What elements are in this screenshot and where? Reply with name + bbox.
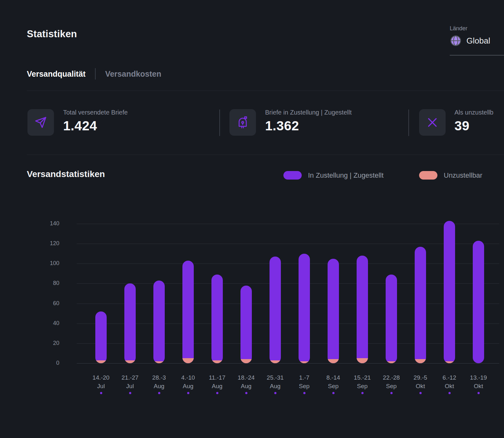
tab-bar: Versandqualität Versandkosten <box>27 68 161 80</box>
bar-13--19-okt[interactable] <box>473 241 484 363</box>
stat-separator <box>219 110 220 136</box>
legend-label: In Zustellung | Zugestellt <box>308 171 383 180</box>
x-axis-dot <box>158 392 160 394</box>
mailbox-icon <box>236 116 249 129</box>
y-axis-tick-label: 100 <box>34 260 59 267</box>
x-axis-label: 29.-5Okt <box>403 373 438 390</box>
bar-segment-unzustellbar <box>211 360 223 363</box>
divider <box>27 155 504 155</box>
stat-icon-tile <box>27 109 54 136</box>
stat-value: 1.424 <box>63 118 128 133</box>
bar-segment-unzustellbar <box>124 360 136 363</box>
gridline <box>77 263 499 264</box>
bar-25--31-aug[interactable] <box>270 257 281 363</box>
x-axis-label: 8.-14Sep <box>316 373 351 390</box>
x-axis-label: 1.-7Sep <box>287 373 322 390</box>
gridline <box>77 244 499 244</box>
bar-8--14-sep[interactable] <box>328 259 339 363</box>
bar-segment-unzustellbar <box>299 361 310 363</box>
bar-segment-unzustellbar <box>95 360 107 363</box>
bar-segment-unzustellbar <box>182 358 194 363</box>
bar-29--5-okt[interactable] <box>415 247 426 363</box>
y-axis-tick-label: 0 <box>34 360 59 366</box>
x-icon <box>425 115 439 129</box>
gridline <box>77 283 499 284</box>
bar-segment-unzustellbar <box>386 361 397 363</box>
x-axis-label: 13.-19Okt <box>461 373 496 390</box>
country-selector-underline <box>450 55 504 56</box>
gridline <box>77 343 499 344</box>
shipping-stats-chart: 02040608010012014014.-20Jul21.-27Jul28.-… <box>0 0 504 438</box>
legend-swatch-purple <box>283 171 302 180</box>
bar-segment-unzustellbar <box>357 358 368 363</box>
y-axis-tick-label: 80 <box>34 280 59 287</box>
bar-4--10-aug[interactable] <box>182 261 194 363</box>
bar-segment-unzustellbar <box>444 361 455 363</box>
x-axis-dot <box>216 392 218 394</box>
x-axis-label: 11.-17Aug <box>200 373 234 390</box>
x-axis-label: 22.-28Sep <box>374 373 409 390</box>
x-axis-label: 14.-20Jul <box>84 373 118 390</box>
stat-value: 1.362 <box>265 118 352 133</box>
x-axis-label: 28.-3Aug <box>142 373 176 390</box>
bar-21--27-jul[interactable] <box>124 283 136 363</box>
x-axis-label: 21.-27Jul <box>113 373 147 390</box>
y-axis-tick-label: 60 <box>34 300 59 307</box>
x-axis-dot <box>129 392 131 394</box>
country-selector-value: Global <box>466 36 490 46</box>
globe-icon <box>450 35 462 47</box>
x-axis-label: 4.-10Aug <box>171 373 205 390</box>
stat-label: Als unzustellb <box>454 109 493 116</box>
country-selector-label: Länder <box>450 25 504 32</box>
page-title: Statistiken <box>27 28 77 40</box>
bar-28--3-aug[interactable] <box>153 281 165 363</box>
stat-label: Total versendete Briefe <box>63 109 128 116</box>
x-axis-dot <box>245 392 247 394</box>
country-selector[interactable]: Länder Global <box>450 25 504 47</box>
x-axis-label: 25.-31Aug <box>258 373 293 390</box>
tab-versandkosten[interactable]: Versandkosten <box>105 69 161 79</box>
bar-segment-unzustellbar <box>240 359 252 363</box>
y-axis-tick-label: 40 <box>34 320 59 327</box>
x-axis-dot <box>390 392 393 394</box>
tab-versandqualitaet[interactable]: Versandqualität <box>27 69 86 79</box>
divider <box>27 91 504 91</box>
gridline <box>77 224 499 224</box>
legend-item-unzustellbar[interactable]: Unzustellbar <box>419 171 482 180</box>
bar-1--7-sep[interactable] <box>299 254 310 363</box>
bar-segment-unzustellbar <box>153 361 165 363</box>
x-axis-dot <box>361 392 364 394</box>
legend-label: Unzustellbar <box>444 171 482 180</box>
send-icon <box>34 116 47 129</box>
bar-segment-unzustellbar <box>415 359 426 363</box>
tab-separator <box>95 68 96 80</box>
section-title: Versandstatistiken <box>27 169 105 179</box>
bar-22--28-sep[interactable] <box>386 275 397 363</box>
y-axis-tick-label: 20 <box>34 340 59 346</box>
gridline <box>77 304 499 304</box>
stat-icon-tile <box>229 109 256 136</box>
stat-icon-tile <box>419 109 446 136</box>
x-axis-label: 15.-21Sep <box>345 373 380 390</box>
bar-11--17-aug[interactable] <box>211 275 223 363</box>
x-axis-dot <box>100 392 102 394</box>
bar-18--24-aug[interactable] <box>240 286 252 363</box>
bar-15--21-sep[interactable] <box>357 256 368 363</box>
x-axis-dot <box>448 392 451 394</box>
bar-segment-unzustellbar <box>270 360 281 363</box>
x-axis-label: 6.-12Okt <box>432 373 467 390</box>
x-axis-dot <box>187 392 189 394</box>
gridline <box>77 363 499 364</box>
statistics-page: Statistiken Länder Global Versandqualitä… <box>0 0 504 438</box>
stat-separator <box>408 110 409 136</box>
bar-6--12-okt[interactable] <box>444 221 455 363</box>
x-axis-dot <box>274 392 276 394</box>
stat-value: 39 <box>454 118 493 133</box>
legend-item-zugestellt[interactable]: In Zustellung | Zugestellt <box>283 171 383 180</box>
gridline <box>77 323 499 324</box>
x-axis-dot <box>419 392 422 394</box>
y-axis-tick-label: 120 <box>34 240 59 247</box>
bar-14--20-jul[interactable] <box>95 311 107 363</box>
stat-label: Briefe in Zustellung | Zugestellt <box>265 109 352 116</box>
x-axis-dot <box>332 392 335 394</box>
